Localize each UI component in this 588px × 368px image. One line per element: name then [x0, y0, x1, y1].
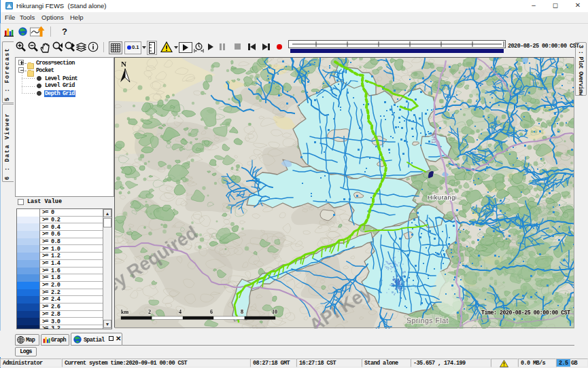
svg-text:10: 10 — [272, 309, 277, 315]
svg-text:4: 4 — [179, 309, 181, 315]
svg-text:Springs Flat: Springs Flat — [407, 316, 449, 325]
svg-text:N: N — [121, 60, 126, 68]
svg-text:SH1: SH1 — [430, 132, 437, 144]
svg-text:2: 2 — [148, 309, 151, 315]
svg-text:Time: 2020-08-25 00:00:00 CST: Time: 2020-08-25 00:00:00 CST — [481, 310, 570, 316]
svg-text:8: 8 — [241, 309, 243, 315]
svg-text:Hikurangi: Hikurangi — [428, 194, 457, 201]
svg-text:6: 6 — [210, 309, 213, 315]
svg-text:km: km — [121, 309, 128, 315]
